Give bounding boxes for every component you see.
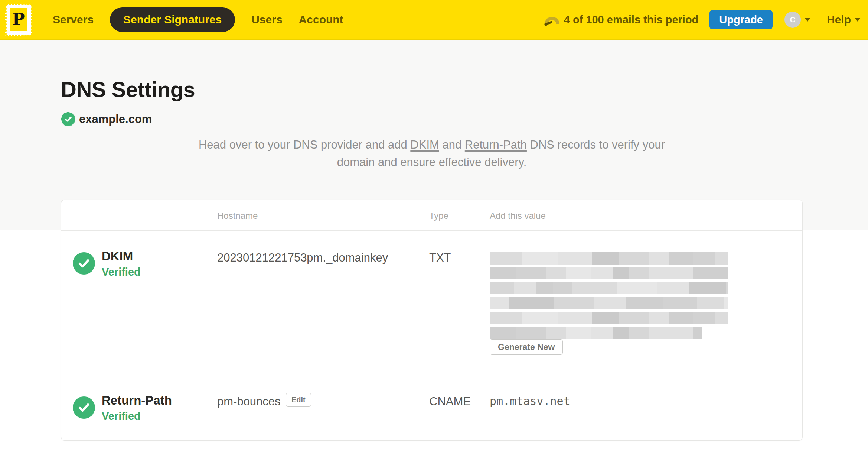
checkmark-icon — [65, 116, 72, 122]
postmark-logo[interactable]: P — [5, 4, 32, 36]
column-header-hostname: Hostname — [217, 211, 258, 221]
record-hostname: pm-bounces — [217, 396, 281, 407]
record-name: Return-Path — [102, 394, 172, 406]
dns-settings-screen: P Servers Sender Signatures Users Accoun… — [0, 0, 868, 454]
usage-meter-link[interactable]: 4 of 100 emails this period — [544, 14, 699, 26]
edit-return-path-button[interactable]: Edit — [286, 393, 311, 407]
avatar[interactable]: C — [784, 12, 801, 28]
nav-item-servers[interactable]: Servers — [53, 13, 94, 26]
return-path-verified-check-icon — [73, 396, 95, 419]
return-path-link[interactable]: Return-Path — [465, 138, 527, 151]
postmark-logo-inner: P — [10, 8, 27, 31]
dns-records-card: Hostname Type Add this value DKIM Verifi… — [61, 200, 803, 441]
table-header-row: Hostname Type Add this value — [61, 200, 802, 231]
record-type: TXT — [429, 252, 451, 263]
usage-text: 4 of 100 emails this period — [564, 14, 699, 26]
redacted-dkim-value — [490, 252, 728, 341]
record-hostname: 20230121221753pm._domainkey — [217, 252, 388, 263]
dkim-verified-check-icon — [73, 252, 95, 275]
column-header-type: Type — [429, 211, 448, 221]
help-menu[interactable]: Help — [827, 13, 851, 26]
row-divider — [61, 376, 802, 376]
record-status: Verified — [102, 411, 141, 422]
record-name: DKIM — [102, 250, 133, 262]
generate-new-button[interactable]: Generate New — [490, 339, 563, 355]
nav-item-users[interactable]: Users — [251, 13, 282, 26]
help-chevron-down-icon[interactable] — [855, 18, 861, 22]
top-navbar: P Servers Sender Signatures Users Accoun… — [0, 0, 868, 40]
gauge-icon — [544, 14, 559, 26]
record-value: pm.mtasv.net — [490, 396, 570, 407]
upgrade-button[interactable]: Upgrade — [709, 10, 773, 29]
avatar-initial: C — [790, 15, 795, 24]
navbar-right: 4 of 100 emails this period Upgrade C He… — [544, 10, 868, 29]
verified-seal-icon — [61, 112, 75, 126]
page-title: DNS Settings — [61, 79, 195, 100]
record-type: CNAME — [429, 396, 471, 407]
record-status: Verified — [102, 267, 141, 278]
nav-item-sender-signatures[interactable]: Sender Signatures — [110, 7, 235, 32]
postmark-logo-letter: P — [12, 11, 25, 27]
nav-item-account[interactable]: Account — [299, 13, 343, 26]
intro-seg1: Head over to your DNS provider and add — [199, 138, 410, 151]
dkim-link[interactable]: DKIM — [410, 138, 439, 151]
domain-name: example.com — [79, 113, 152, 126]
intro-text: Head over to your DNS provider and add D… — [61, 136, 803, 171]
column-header-value: Add this value — [490, 211, 546, 221]
domain-row: example.com — [61, 112, 152, 126]
avatar-chevron-down-icon[interactable] — [805, 18, 810, 22]
intro-seg2: and — [439, 138, 465, 151]
navbar-left: P Servers Sender Signatures Users Accoun… — [0, 0, 343, 39]
